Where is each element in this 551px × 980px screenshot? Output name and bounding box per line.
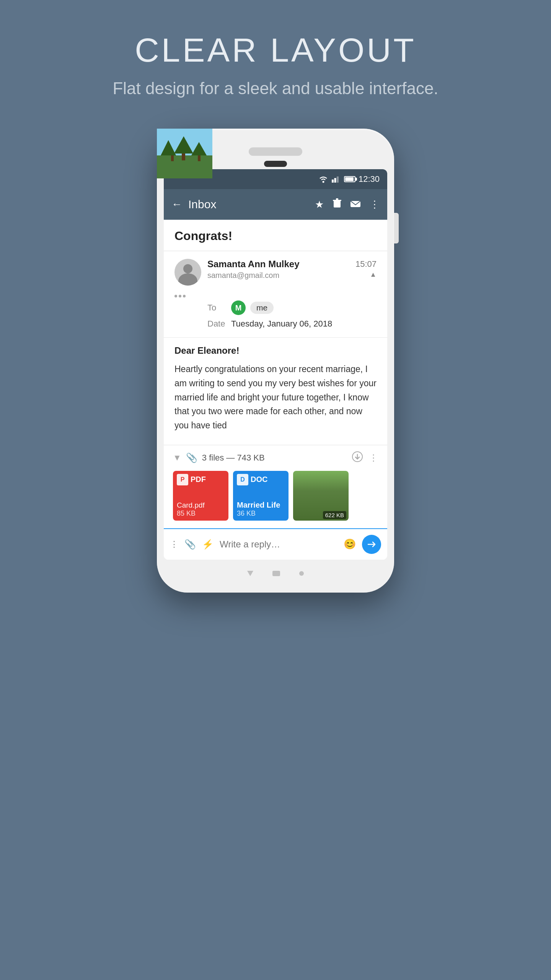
svg-rect-2: [334, 178, 336, 183]
image-size: 622 KB: [323, 511, 346, 519]
pdf-icon: P: [177, 474, 188, 485]
doc-size: 36 KB: [237, 510, 285, 518]
pdf-size: 85 KB: [177, 510, 225, 518]
sender-name-row: Samanta Ann Mulkey 15:07: [207, 259, 377, 270]
svg-point-0: [322, 181, 324, 183]
date-label: Date: [207, 319, 227, 329]
phone-speaker: [249, 147, 302, 156]
reply-attach-icon[interactable]: 📎: [184, 539, 196, 550]
email-time: 15:07: [355, 259, 377, 269]
svg-rect-4: [334, 201, 341, 207]
reply-emoji-icon[interactable]: 😊: [344, 538, 356, 550]
sender-avatar: [174, 259, 201, 286]
more-dots: [174, 292, 377, 301]
attachments-list: P PDF Card.pdf 85 KB: [164, 471, 387, 528]
svg-rect-6: [336, 198, 338, 200]
attachment-pdf[interactable]: P PDF Card.pdf 85 KB: [173, 471, 228, 521]
email-subject: Congrats!: [174, 229, 377, 243]
status-icons: 12:30: [318, 174, 380, 184]
phone-earpiece: [264, 161, 287, 167]
app-bar: ← Inbox ★: [164, 189, 387, 220]
app-bar-actions: ★ ⋮: [315, 198, 380, 211]
attachment-icon: 📎: [186, 452, 197, 463]
more-options-button[interactable]: ⋮: [370, 199, 380, 211]
star-button[interactable]: ★: [315, 199, 324, 211]
email-content: Congrats! Samanta Ann Mulkey 15:07 saman…: [164, 220, 387, 445]
reply-bar: ⋮ 📎 ⚡ 😊: [164, 528, 387, 560]
attach-actions: ⋮: [352, 451, 378, 465]
nav-back[interactable]: [247, 571, 253, 576]
back-button[interactable]: ←: [171, 198, 182, 211]
phone-bottom-bar: [164, 566, 387, 581]
reply-input[interactable]: [220, 539, 337, 550]
sender-name: Samanta Ann Mulkey: [207, 259, 300, 270]
sender-info: Samanta Ann Mulkey 15:07 samanta@gmail.c…: [207, 259, 377, 280]
download-all-button[interactable]: [352, 451, 363, 465]
svg-rect-1: [332, 180, 334, 183]
page-subtitle: Flat design for a sleek and usable inter…: [112, 79, 438, 98]
expand-icon[interactable]: ▲: [370, 271, 377, 279]
page-title: CLEAR LAYOUT: [135, 31, 416, 70]
phone-screen: 12:30 ← Inbox ★: [164, 169, 387, 560]
to-label: To: [207, 303, 227, 313]
email-body-text: Heartly congratulations on your recent m…: [174, 362, 377, 433]
dot2: [179, 295, 181, 297]
doc-icon: D: [237, 474, 248, 485]
sender-email: samanta@gmail.com: [207, 271, 279, 280]
dot1: [174, 295, 177, 297]
attachments-header: ▼ 📎 3 files — 743 KB ⋮: [164, 445, 387, 471]
reply-options-icon[interactable]: ⋮: [170, 539, 178, 549]
pdf-label: PDF: [191, 475, 206, 484]
mark-read-button[interactable]: [350, 199, 360, 211]
to-name: me: [250, 302, 274, 314]
phone-frame: 12:30 ← Inbox ★: [157, 129, 394, 593]
email-sender-row: Samanta Ann Mulkey 15:07 samanta@gmail.c…: [174, 251, 377, 292]
email-greeting: Dear Eleanore!: [174, 345, 377, 356]
reply-quick-icon[interactable]: ⚡: [202, 539, 214, 550]
signal-icon: [332, 176, 341, 183]
to-badge: M: [231, 301, 246, 315]
status-time: 12:30: [359, 174, 380, 184]
email-meta: To M me Date Tuesday, January 06, 2018: [207, 301, 377, 337]
attachments-section: ▼ 📎 3 files — 743 KB ⋮: [164, 445, 387, 528]
attachment-doc[interactable]: D DOC Married Life 36 KB: [233, 471, 289, 521]
pdf-filename: Card.pdf: [177, 501, 225, 510]
attachments-more-button[interactable]: ⋮: [369, 452, 378, 463]
battery-icon: [344, 176, 355, 182]
attachments-summary: 3 files — 743 KB: [202, 453, 347, 463]
app-bar-title: Inbox: [188, 198, 309, 211]
date-value: Tuesday, January 06, 2018: [231, 319, 332, 329]
wifi-icon: [318, 175, 329, 183]
delete-button[interactable]: [333, 198, 341, 211]
phone-side-button: [394, 213, 399, 243]
attachment-image[interactable]: 622 KB: [293, 471, 349, 521]
to-row: To M me: [207, 301, 377, 315]
doc-title: Married Life: [237, 501, 285, 510]
nav-recents[interactable]: [299, 571, 304, 576]
svg-rect-3: [337, 176, 339, 183]
doc-label: DOC: [251, 475, 267, 484]
reply-send-button[interactable]: [362, 535, 381, 554]
email-body: Dear Eleanore! Heartly congratulations o…: [174, 338, 377, 439]
page-background: CLEAR LAYOUT Flat design for a sleek and…: [0, 0, 551, 593]
dot3: [183, 295, 186, 297]
date-row: Date Tuesday, January 06, 2018: [207, 319, 377, 329]
attachments-chevron[interactable]: ▼: [173, 453, 181, 463]
nav-home[interactable]: [272, 571, 280, 576]
